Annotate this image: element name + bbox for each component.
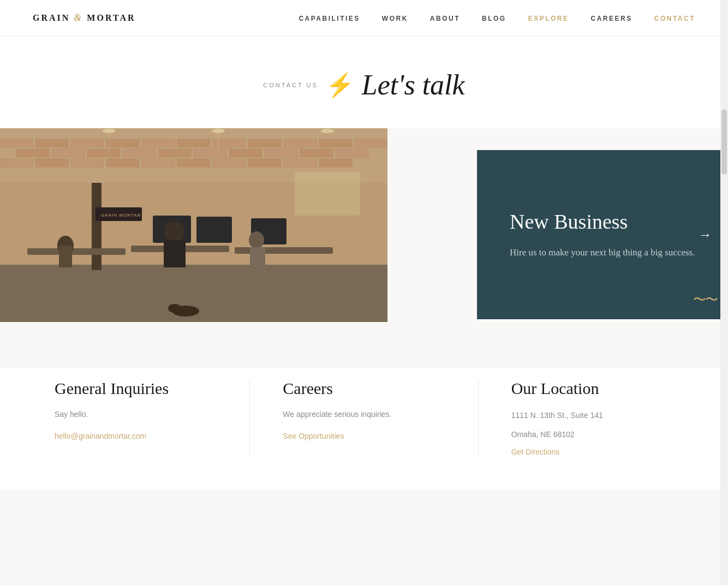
svg-rect-35: [92, 183, 102, 270]
nav-item-contact[interactable]: CONTACT: [654, 13, 695, 23]
contact-columns: General Inquiries Say hello. hello@grain…: [0, 368, 728, 490]
office-section: GRAIN MORTAR New Business Hire us to mak…: [0, 128, 728, 325]
card-title: New Business: [510, 210, 695, 235]
get-directions-link[interactable]: Get Directions: [511, 447, 560, 456]
svg-rect-40: [196, 217, 232, 243]
svg-rect-45: [164, 240, 186, 267]
svg-rect-4: [35, 139, 68, 147]
nav-item-careers[interactable]: CAREERS: [591, 13, 632, 23]
svg-point-50: [103, 129, 116, 133]
svg-rect-3: [0, 139, 33, 147]
general-inquiries-email-link[interactable]: hello@grainandmortar.com: [55, 432, 146, 440]
svg-rect-23: [336, 149, 368, 157]
svg-rect-16: [87, 149, 120, 157]
svg-rect-21: [265, 149, 297, 157]
svg-point-44: [165, 221, 184, 243]
scrollbar-thumb[interactable]: [721, 109, 727, 175]
svg-point-51: [212, 129, 225, 133]
squiggle-decoration: 〜〜: [693, 291, 717, 308]
see-opportunities-link[interactable]: See Opportunities: [283, 432, 344, 440]
svg-rect-43: [59, 246, 72, 267]
svg-text:GRAIN MORTAR: GRAIN MORTAR: [101, 213, 141, 218]
svg-rect-28: [142, 159, 175, 167]
svg-rect-22: [300, 149, 333, 157]
address-line2: Omaha, NE 68102: [511, 428, 673, 441]
svg-rect-6: [106, 139, 139, 147]
nav-item-blog[interactable]: BLOG: [482, 13, 506, 23]
nav-item-about[interactable]: ABOUT: [430, 13, 460, 23]
new-business-card: New Business Hire us to make your next b…: [477, 150, 728, 319]
general-inquiries-heading: General Inquiries: [55, 379, 217, 398]
svg-rect-17: [123, 149, 156, 157]
svg-rect-47: [250, 247, 265, 268]
svg-rect-29: [177, 159, 210, 167]
nav-item-capabilities[interactable]: CAPABILITIES: [299, 13, 360, 23]
svg-rect-32: [284, 159, 317, 167]
careers-heading: Careers: [283, 379, 445, 398]
svg-rect-11: [284, 139, 317, 147]
svg-rect-55: [295, 172, 360, 216]
location-heading: Our Location: [511, 379, 673, 398]
contact-col-careers: Careers We appreciate serious inquiries.…: [249, 379, 445, 457]
hero-eyebrow: CONTACT US: [263, 82, 318, 88]
svg-rect-25: [35, 159, 68, 167]
svg-rect-38: [235, 247, 333, 254]
nav-item-work[interactable]: WORK: [382, 13, 408, 23]
svg-rect-26: [71, 159, 104, 167]
svg-rect-12: [319, 139, 352, 147]
office-photo: GRAIN MORTAR: [0, 128, 387, 322]
svg-rect-8: [177, 139, 210, 147]
general-inquiries-subtext: Say hello.: [55, 409, 217, 420]
svg-rect-33: [319, 159, 352, 167]
lightning-icon: ⚡: [326, 73, 354, 98]
svg-rect-18: [158, 149, 191, 157]
svg-point-57: [168, 304, 181, 313]
svg-rect-9: [213, 139, 246, 147]
svg-point-52: [321, 129, 334, 133]
contact-col-general: General Inquiries Say hello. hello@grain…: [55, 379, 217, 457]
svg-rect-36: [27, 248, 126, 255]
logo-text-grain: GRAIN: [33, 13, 70, 22]
office-image: GRAIN MORTAR: [0, 128, 387, 322]
logo-text-mortar: MORTAR: [87, 13, 135, 22]
svg-rect-30: [213, 159, 246, 167]
svg-rect-15: [52, 149, 85, 157]
nav-menu: CAPABILITIES WORK ABOUT BLOG EXPLORE CAR…: [299, 13, 695, 23]
svg-rect-7: [142, 139, 175, 147]
nav-item-explore[interactable]: EXPLORE: [528, 13, 569, 23]
svg-rect-24: [0, 159, 33, 167]
svg-rect-5: [71, 139, 104, 147]
svg-rect-27: [106, 159, 139, 167]
svg-rect-20: [229, 149, 262, 157]
site-logo[interactable]: GRAIN & MORTAR: [33, 12, 136, 23]
hero-section: CONTACT US ⚡ Let's talk: [0, 36, 728, 128]
svg-rect-31: [248, 159, 281, 167]
svg-rect-10: [248, 139, 281, 147]
svg-rect-13: [355, 139, 387, 147]
logo-ampersand: &: [74, 12, 83, 23]
scrollbar[interactable]: [720, 0, 728, 585]
hero-title: Let's talk: [362, 69, 465, 100]
svg-point-46: [249, 231, 264, 249]
address-line1: 1111 N. 13th St., Suite 141: [511, 409, 673, 422]
main-nav: GRAIN & MORTAR CAPABILITIES WORK ABOUT B…: [0, 0, 728, 36]
card-arrow-button[interactable]: →: [699, 228, 712, 242]
contact-col-location: Our Location 1111 N. 13th St., Suite 141…: [478, 379, 673, 457]
svg-rect-19: [194, 149, 226, 157]
careers-subtext: We appreciate serious inquiries.: [283, 409, 445, 420]
svg-rect-14: [16, 149, 49, 157]
card-description: Hire us to make your next big thing a bi…: [510, 245, 695, 260]
